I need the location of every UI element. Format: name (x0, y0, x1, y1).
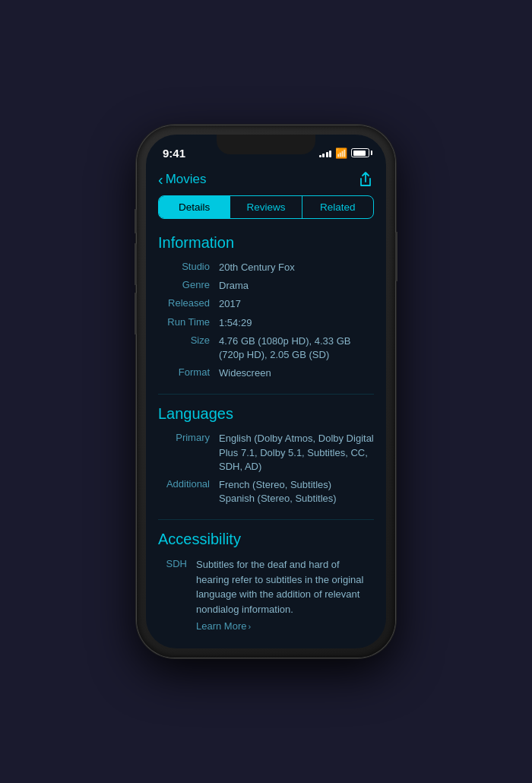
back-chevron-icon: ‹ (158, 172, 163, 187)
notch (217, 135, 315, 154)
label-additional: Additional (158, 478, 219, 490)
label-genre: Genre (158, 279, 219, 290)
languages-title: Languages (158, 405, 374, 423)
label-runtime: Run Time (158, 316, 219, 328)
languages-section: Languages Primary English (Dolby Atmos, … (158, 405, 374, 506)
value-size: 4.76 GB (1080p HD), 4.33 GB (720p HD), 2… (219, 334, 374, 362)
lang-row-primary: Primary English (Dolby Atmos, Dolby Digi… (158, 432, 374, 474)
value-format: Widescreen (219, 366, 374, 380)
back-button[interactable]: ‹ Movies (158, 172, 207, 187)
label-sdh: SDH (158, 557, 196, 569)
tab-bar: Details Reviews Related (158, 195, 374, 219)
accessibility-item-sdh: SDH Subtitles for the deaf and hard of h… (158, 557, 374, 634)
label-size: Size (158, 334, 219, 346)
ad-description: Audio description refers to a narration … (196, 648, 372, 648)
signal-icon (319, 148, 332, 157)
content-area[interactable]: Information Studio 20th Century Fox Genr… (146, 228, 386, 648)
value-additional: French (Stereo, Subtitles) Spanish (Ster… (219, 478, 374, 506)
label-primary: Primary (158, 432, 219, 443)
divider-1 (158, 394, 374, 395)
label-format: Format (158, 366, 219, 378)
text-sdh: Subtitles for the deaf and hard of heari… (196, 557, 374, 634)
volume-down-button (135, 293, 137, 334)
lang-row-additional: Additional French (Stereo, Subtitles) Sp… (158, 478, 374, 506)
power-button (395, 232, 397, 281)
label-studio: Studio (158, 261, 219, 272)
text-ad: Audio description refers to a narration … (196, 646, 374, 648)
chevron-right-icon: › (248, 620, 251, 633)
info-row-genre: Genre Drama (158, 279, 374, 293)
mute-button (135, 209, 137, 233)
divider-2 (158, 519, 374, 520)
accessibility-item-ad: AD Audio description refers to a narrati… (158, 646, 374, 648)
info-row-format: Format Widescreen (158, 366, 374, 380)
wifi-icon: 📶 (335, 147, 347, 159)
value-primary: English (Dolby Atmos, Dolby Digital Plus… (219, 432, 374, 474)
info-row-studio: Studio 20th Century Fox (158, 261, 374, 274)
value-studio: 20th Century Fox (219, 261, 374, 274)
status-time: 9:41 (163, 147, 185, 160)
value-runtime: 1:54:29 (219, 316, 374, 330)
information-table: Studio 20th Century Fox Genre Drama Rele… (158, 261, 374, 380)
share-button[interactable] (357, 171, 374, 188)
info-row-released: Released 2017 (158, 297, 374, 311)
information-title: Information (158, 234, 374, 252)
phone-screen: 9:41 📶 ‹ Movies (146, 135, 386, 648)
phone-frame: 9:41 📶 ‹ Movies (137, 125, 395, 658)
nav-bar: ‹ Movies (146, 166, 386, 195)
battery-fill (353, 151, 366, 156)
value-genre: Drama (219, 279, 374, 293)
accessibility-title: Accessibility (158, 531, 374, 548)
languages-table: Primary English (Dolby Atmos, Dolby Digi… (158, 432, 374, 506)
back-label: Movies (166, 172, 207, 187)
sdh-description: Subtitles for the deaf and hard of heari… (196, 559, 363, 615)
tab-related[interactable]: Related (302, 196, 373, 218)
value-released: 2017 (219, 297, 374, 311)
accessibility-section: Accessibility SDH Subtitles for the deaf… (158, 531, 374, 648)
tab-reviews[interactable]: Reviews (230, 196, 302, 218)
tab-details[interactable]: Details (159, 196, 230, 218)
info-row-runtime: Run Time 1:54:29 (158, 316, 374, 330)
battery-icon (351, 148, 369, 157)
status-icons: 📶 (319, 147, 370, 159)
info-row-size: Size 4.76 GB (1080p HD), 4.33 GB (720p H… (158, 334, 374, 362)
share-icon (357, 171, 374, 188)
label-released: Released (158, 297, 219, 309)
volume-up-button (135, 243, 137, 285)
information-section: Information Studio 20th Century Fox Genr… (158, 234, 374, 380)
learn-more-sdh[interactable]: Learn More › (196, 619, 251, 634)
label-ad: AD (158, 646, 196, 648)
